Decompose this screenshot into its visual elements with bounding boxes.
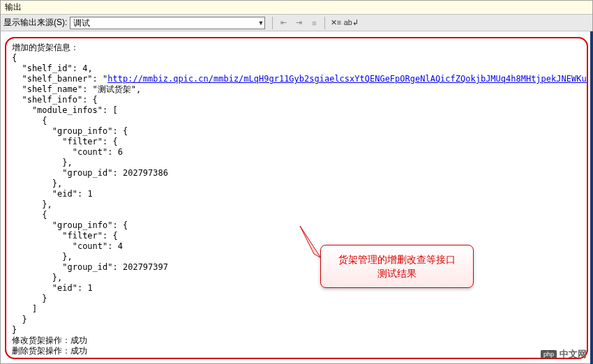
output-line: 修改货架操作：成功 [12,335,87,345]
source-select[interactable]: 调试 [70,17,265,29]
svg-marker-0 [300,226,321,258]
shelf-banner-link[interactable]: http://mmbiz.qpic.cn/mmbiz/mLqH9gr11Gyb2… [107,74,588,84]
clear-all-icon[interactable]: ✕≡ [328,16,343,30]
output-content: 增加的货架信息： { "shelf_id": 4, "shelf_banner"… [1,31,592,363]
find-next-icon[interactable]: ⇥ [291,16,306,30]
callout-line-1: 货架管理的增删改查等接口 [331,252,463,266]
value-shelf-name: 测试货架 [98,84,131,94]
find-message-icon[interactable]: ≡ [306,16,322,30]
value-count-1: 4 [118,241,123,251]
annotation-callout: 货架管理的增删改查等接口 测试结果 [320,245,474,288]
watermark: php 中文网 [541,348,587,361]
panel-title-bar: 输出 [1,1,592,15]
watermark-badge: php [541,350,557,358]
output-line: 删除货架操作：成功 [12,346,87,356]
callout-line-2: 测试结果 [331,266,463,280]
vertical-scrollbar[interactable] [590,31,593,364]
panel-title: 输出 [5,1,22,13]
value-eid-0: 1 [87,189,92,199]
output-toolbar: 显示输出来源(S): 调试 ▼ ⇤ ⇥ ≡ ✕≡ ab↲ [1,15,592,31]
value-group-id-1: 202797397 [123,262,168,272]
value-group-id-0: 202797386 [123,168,168,178]
toggle-wrap-icon[interactable]: ab↲ [343,16,359,30]
watermark-text: 中文网 [560,348,587,361]
toolbar-separator [272,17,273,29]
output-line: 增加的货架信息： [12,43,79,52]
annotation-highlight-box: 增加的货架信息： { "shelf_id": 4, "shelf_banner"… [5,37,588,359]
value-count-0: 6 [118,147,123,157]
output-text[interactable]: 增加的货架信息： { "shelf_id": 4, "shelf_banner"… [12,43,581,356]
value-eid-1: 1 [87,283,92,293]
toolbar-separator [324,17,325,29]
source-label: 显示输出来源(S): [3,17,67,29]
callout-pointer-icon [294,225,322,259]
find-prev-icon[interactable]: ⇤ [276,16,291,30]
value-shelf-id: 4 [82,63,87,73]
